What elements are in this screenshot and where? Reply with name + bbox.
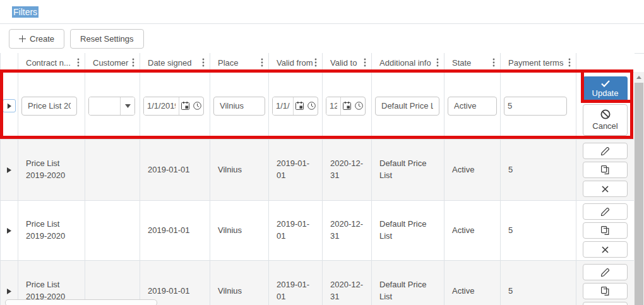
calendar-icon[interactable] (341, 97, 353, 115)
additional-info-input[interactable] (375, 97, 439, 116)
header-expander-column (1, 53, 18, 72)
scroll-up-button[interactable] (634, 72, 644, 82)
column-header-state: State (444, 53, 501, 72)
calendar-icon[interactable] (179, 97, 191, 115)
cancel-button-label: Cancel (592, 121, 617, 131)
column-menu-icon[interactable] (131, 57, 136, 68)
edit-cell-date-signed (140, 73, 210, 139)
state-input[interactable] (448, 97, 497, 116)
edit-cell-valid-to (323, 73, 372, 139)
cell-customer (85, 140, 140, 200)
triangle-right-icon (7, 228, 11, 234)
horizontal-scrollbar-thumb[interactable] (5, 299, 157, 305)
edit-row-button[interactable] (583, 143, 628, 159)
caret-down-icon (125, 104, 131, 108)
vertical-scrollbar-thumb[interactable] (635, 83, 643, 305)
column-menu-icon[interactable] (362, 57, 367, 68)
cell-customer (85, 261, 140, 305)
valid-from-picker[interactable] (272, 97, 318, 116)
row-expand-arrow[interactable] (7, 289, 11, 294)
grid-edit-row: Update Cancel (1, 73, 635, 140)
column-menu-icon[interactable] (435, 57, 440, 68)
place-input[interactable] (213, 97, 265, 116)
cell-contract: Price List 2019-2020 (18, 261, 85, 305)
copy-icon (601, 287, 609, 296)
cell-date-signed: 2019-01-01 (140, 201, 210, 260)
column-header-additional-info: Additional info (372, 53, 444, 72)
clock-icon[interactable] (191, 97, 203, 115)
x-icon (602, 246, 609, 253)
column-header-valid-from: Valid from (269, 53, 323, 72)
edit-row-button[interactable] (583, 203, 628, 220)
copy-icon (601, 226, 609, 235)
column-menu-icon[interactable] (259, 57, 265, 68)
column-title: Valid to (330, 58, 357, 68)
clock-icon[interactable] (353, 97, 365, 115)
edit-row-button[interactable] (583, 264, 628, 280)
edit-row-expander-cell (1, 73, 18, 139)
column-header-valid-to: Valid to (323, 53, 372, 72)
clock-icon[interactable] (306, 97, 318, 115)
column-menu-icon[interactable] (567, 57, 572, 68)
row-expander-cell (1, 261, 18, 305)
column-header-place: Place (210, 53, 269, 72)
cell-payment-terms: 5 (501, 261, 576, 305)
cell-valid-to: 2020-12-31 (323, 201, 372, 260)
cell-payment-terms: 5 (501, 201, 576, 260)
column-header-contract: Contract n... (18, 53, 85, 72)
customer-input[interactable] (89, 97, 120, 115)
delete-row-button[interactable] (583, 181, 628, 197)
row-expander-cell (1, 201, 18, 260)
reset-settings-button[interactable]: Reset Settings (70, 29, 144, 49)
update-button[interactable]: Update (583, 76, 628, 102)
column-menu-icon[interactable] (313, 57, 318, 68)
valid-to-picker[interactable] (326, 97, 366, 116)
contracts-grid: Contract n... Customer Date signed Place… (0, 53, 635, 305)
payment-terms-input[interactable] (504, 97, 567, 116)
column-title: State (452, 58, 471, 68)
copy-row-button[interactable] (583, 283, 628, 299)
customer-dropdown[interactable] (88, 97, 135, 116)
calendar-icon[interactable] (294, 97, 306, 115)
plus-icon (19, 35, 26, 42)
header-actions-column (576, 53, 634, 72)
date-signed-picker[interactable] (143, 97, 204, 116)
cell-place: Vilnius (210, 261, 269, 305)
edit-cell-additional-info (372, 73, 444, 139)
contract-name-input[interactable] (21, 97, 77, 116)
x-icon (602, 186, 609, 193)
check-icon (601, 80, 610, 87)
cell-place: Vilnius (210, 140, 269, 200)
column-header-customer: Customer (85, 53, 140, 72)
column-header-date-signed: Date signed (140, 53, 210, 72)
filters-bar: Filters (0, 0, 644, 24)
delete-row-button[interactable] (583, 241, 628, 258)
create-button[interactable]: Create (9, 29, 64, 49)
cell-state: Active (444, 201, 501, 260)
valid-from-input[interactable] (273, 97, 294, 115)
column-menu-icon[interactable] (76, 57, 81, 68)
triangle-up-icon (636, 76, 641, 79)
delete-row-button[interactable] (583, 302, 628, 305)
table-row: Price List 2019-2020 2019-01-01 Vilnius … (1, 201, 635, 261)
column-menu-icon[interactable] (491, 57, 496, 68)
create-button-label: Create (30, 34, 54, 44)
copy-row-button[interactable] (583, 162, 628, 178)
cell-valid-from: 2019-01-01 (269, 261, 323, 305)
page: Filters Create Reset Settings Contract n… (0, 0, 644, 305)
triangle-right-icon (7, 167, 11, 173)
cell-additional-info: Default Price List (372, 140, 444, 200)
row-expand-arrow[interactable] (7, 228, 11, 234)
column-menu-icon[interactable] (201, 57, 206, 68)
dropdown-toggle-button[interactable] (120, 97, 134, 115)
row-expand-button[interactable] (3, 99, 16, 112)
valid-to-input[interactable] (326, 97, 341, 115)
vertical-scrollbar[interactable] (634, 72, 644, 305)
row-actions-cell (576, 201, 634, 260)
date-signed-input[interactable] (144, 97, 179, 115)
row-expand-arrow[interactable] (7, 167, 11, 173)
edit-cell-contract (18, 73, 85, 139)
copy-row-button[interactable] (583, 222, 628, 239)
cancel-button[interactable]: Cancel (583, 104, 628, 136)
column-title: Payment terms (508, 58, 563, 68)
